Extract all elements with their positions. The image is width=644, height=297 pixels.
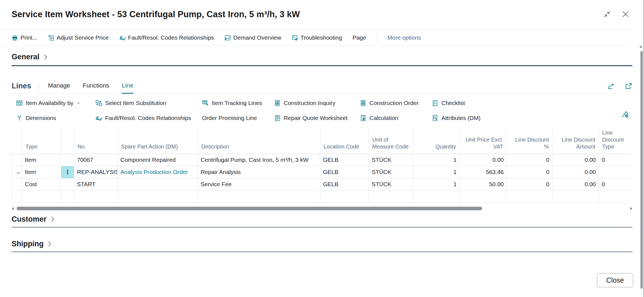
- action-checklist[interactable]: Checklist: [432, 99, 465, 107]
- cell-no[interactable]: START: [74, 178, 118, 190]
- section-customer-header[interactable]: Customer: [12, 215, 55, 224]
- cell-line_discount_amount[interactable]: 0.00: [552, 154, 599, 166]
- section-general-header[interactable]: General: [12, 53, 48, 61]
- column-header-line-discount-type[interactable]: Line Discount Type: [599, 127, 630, 154]
- cell-location_code[interactable]: GELB: [320, 154, 369, 166]
- action-fault-resol-codes-relationships[interactable]: &Fault/Resol. Codes Relationships: [95, 114, 191, 122]
- share-icon[interactable]: [607, 82, 615, 90]
- action-order-promising-line[interactable]: Order Promising Line: [202, 114, 257, 122]
- cell-no[interactable]: [74, 190, 118, 203]
- section-shipping-header[interactable]: Shipping: [12, 240, 52, 248]
- cell-line_discount_type[interactable]: [599, 166, 630, 178]
- cell-spare_part_action[interactable]: Component Repaired: [118, 154, 198, 166]
- pin-off-icon[interactable]: [621, 110, 629, 118]
- action-attributes-dm[interactable]: Attributes (DM): [432, 114, 480, 122]
- horizontal-scroll-thumb[interactable]: [17, 207, 482, 210]
- scroll-right-icon[interactable]: [630, 207, 632, 210]
- cell-spare_part_action[interactable]: [118, 190, 198, 203]
- column-header-type[interactable]: Type: [22, 127, 61, 154]
- cell-type[interactable]: Cost: [22, 178, 61, 190]
- cell-unit_price[interactable]: 563.46: [460, 166, 507, 178]
- tab-manage[interactable]: Manage: [48, 82, 70, 94]
- cell-line_discount_amount[interactable]: [552, 190, 599, 203]
- line-actions: Item Availability bySelect Item Substitu…: [12, 94, 632, 126]
- row-menu-cell[interactable]: [61, 190, 74, 203]
- toolbar-button-adjust-service-price[interactable]: Adjust Service Price: [48, 34, 109, 41]
- action-dimensions[interactable]: Dimensions: [16, 114, 56, 122]
- cell-quantity[interactable]: 1: [413, 178, 460, 190]
- column-header-line-discount-amount[interactable]: Line Discount Amount: [552, 127, 599, 154]
- cell-uom_code[interactable]: STÜCK: [369, 178, 413, 190]
- cell-location_code[interactable]: [320, 190, 369, 203]
- cell-uom_code[interactable]: STÜCK: [369, 154, 413, 166]
- column-header-line-discount[interactable]: Line Discount %: [507, 127, 552, 154]
- more-options-button[interactable]: More options: [387, 34, 421, 41]
- horizontal-scrollbar[interactable]: [12, 207, 632, 211]
- cell-line_discount_type[interactable]: 0: [599, 178, 630, 190]
- column-header-unit-price-excl-vat[interactable]: Unit Price Excl. VAT: [460, 127, 507, 154]
- close-button[interactable]: Close: [597, 273, 633, 287]
- cell-location_code[interactable]: GELB: [320, 178, 369, 190]
- cell-line_discount_amount[interactable]: 0.00: [552, 166, 599, 178]
- cell-unit_price[interactable]: [460, 190, 507, 203]
- cell-quantity[interactable]: [413, 190, 460, 203]
- cell-no[interactable]: 70067: [74, 154, 118, 166]
- action-item-tracking-lines[interactable]: Item Tracking Lines: [202, 99, 262, 107]
- cell-type[interactable]: Item: [22, 154, 61, 166]
- cell-description[interactable]: Service Fee: [198, 178, 320, 190]
- close-icon[interactable]: [621, 10, 630, 18]
- spare-part-action-link[interactable]: Analysis Production Order: [120, 169, 188, 175]
- column-header-description[interactable]: Description: [198, 127, 320, 154]
- cell-unit_price[interactable]: 0.00: [460, 154, 507, 166]
- vertical-scroll-thumb[interactable]: [640, 51, 643, 289]
- action-select-item-substitution[interactable]: Select Item Substitution: [95, 99, 166, 107]
- cell-line_discount_pct[interactable]: 0: [507, 178, 552, 190]
- cell-line_discount_pct[interactable]: [507, 190, 552, 203]
- action-repair-quote-worksheet[interactable]: Repair Quote Worksheet: [274, 114, 348, 122]
- scroll-left-icon[interactable]: [12, 207, 14, 210]
- row-menu-cell[interactable]: [61, 154, 74, 166]
- tab-functions[interactable]: Functions: [83, 82, 109, 94]
- action-construction-order[interactable]: Construction Order: [360, 99, 418, 107]
- cell-line_discount_pct[interactable]: 0: [507, 166, 552, 178]
- cell-type[interactable]: [22, 190, 61, 203]
- collapse-icon[interactable]: [603, 10, 611, 18]
- toolbar-button-troubleshooting[interactable]: Troubleshooting: [292, 34, 342, 41]
- action-item-availability-by[interactable]: Item Availability by: [16, 99, 81, 107]
- cell-uom_code[interactable]: [369, 190, 413, 203]
- cell-spare_part_action[interactable]: [118, 178, 198, 190]
- cell-type[interactable]: Item: [22, 166, 61, 178]
- horizontal-scroll-track[interactable]: [16, 207, 628, 210]
- tab-line[interactable]: Line: [122, 82, 133, 94]
- cell-spare_part_action[interactable]: Analysis Production Order: [118, 166, 198, 178]
- toolbar-button-demand-overview[interactable]: Demand Overview: [224, 34, 281, 41]
- action-construction-inquiry[interactable]: Construction Inquiry: [274, 99, 335, 107]
- cell-location_code[interactable]: GELB: [320, 166, 369, 178]
- action-calculation[interactable]: %Calculation: [360, 114, 398, 122]
- cell-line_discount_amount[interactable]: 0.00: [552, 178, 599, 190]
- column-header-spare-part-action-dm[interactable]: Spare Part Action (DM): [118, 127, 198, 154]
- toolbar-button-print[interactable]: Print...: [12, 34, 37, 41]
- cell-description[interactable]: [198, 190, 320, 203]
- row-menu-cell[interactable]: [61, 178, 74, 190]
- row-menu-cell[interactable]: ⋮: [61, 166, 74, 178]
- cell-unit_price[interactable]: 50.00: [460, 178, 507, 190]
- column-header-unit-of-measure-code[interactable]: Unit of Measure Code: [369, 127, 413, 154]
- cell-no[interactable]: REP-ANALYSIS: [74, 166, 118, 178]
- toolbar-button-page[interactable]: Page: [353, 34, 366, 41]
- cell-line_discount_type[interactable]: 0: [599, 154, 630, 166]
- cell-line_discount_type[interactable]: [599, 190, 630, 203]
- cell-quantity[interactable]: 1: [413, 166, 460, 178]
- cell-line_discount_pct[interactable]: 0: [507, 154, 552, 166]
- cell-uom_code[interactable]: STÜCK: [369, 166, 413, 178]
- cell-description[interactable]: Repair Analysis: [198, 166, 320, 178]
- scroll-up-icon[interactable]: [640, 45, 642, 48]
- cell-description[interactable]: Centrifugal Pump, Cast Iron, 5 m³/h, 3 k…: [198, 154, 320, 166]
- vertical-scrollbar[interactable]: [639, 39, 643, 297]
- cell-quantity[interactable]: 1: [413, 154, 460, 166]
- column-header-no[interactable]: No.: [74, 127, 118, 154]
- column-header-quantity[interactable]: Quantity: [413, 127, 460, 154]
- expand-icon[interactable]: [625, 82, 632, 90]
- column-header-location-code[interactable]: Location Code: [320, 127, 369, 154]
- toolbar-button-fault-resol-codes-relationships[interactable]: &Fault/Resol. Codes Relationships: [119, 34, 214, 41]
